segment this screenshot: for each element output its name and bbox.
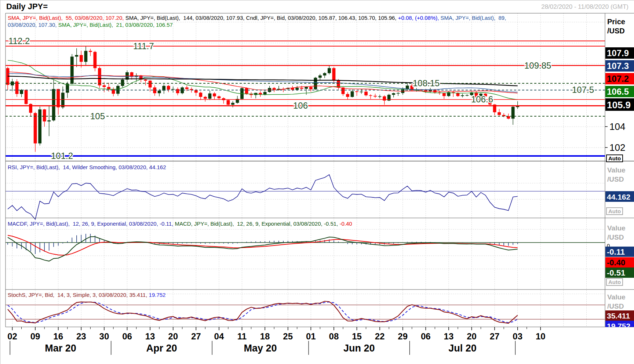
rsi-auto-scale-button[interactable]: Auto xyxy=(606,207,623,215)
level-label: 105 xyxy=(90,111,105,121)
legend-segment: SMA, JPY=, Bid(Last), 89, xyxy=(441,15,506,21)
legend-segment: +0.08, (+0.08%), xyxy=(398,15,441,21)
stoch-legend: StochS, JPY=, Bid, 14, 3, Simple, 3, 03/… xyxy=(8,292,165,298)
level-label: 111.7 xyxy=(133,41,154,51)
macd-series xyxy=(6,234,605,261)
week-label: 03 xyxy=(513,331,522,341)
week-label: 04 xyxy=(214,331,224,341)
time-axis: 0209162330061320270411182501081522290613… xyxy=(7,327,546,355)
price-axis-header: Price/USD xyxy=(607,17,625,36)
week-label: 20 xyxy=(467,331,477,341)
level-label: 109.85 xyxy=(524,61,551,70)
price-legend-line1: SMA, JPY=, Bid(Last), 55, 03/08/2020, 10… xyxy=(8,15,506,21)
price-tick-label: 102 xyxy=(609,142,625,153)
legend-segment: 03/08/2020, 107.30, xyxy=(8,22,58,28)
date-range-label: 28/02/2020 - 11/08/2020 (GMT) xyxy=(541,3,628,11)
stoch-axis-header: Value/USD xyxy=(607,292,626,311)
rsi-axis-header: Value/USD xyxy=(607,165,626,184)
value-badge: 107.9 xyxy=(605,47,634,59)
value-badge: 107.3 xyxy=(605,60,634,72)
week-label: 01 xyxy=(306,331,316,341)
week-label: 29 xyxy=(398,331,408,341)
svg-text:-0.40: -0.40 xyxy=(607,258,625,267)
level-label: 112.2 xyxy=(8,36,30,46)
week-label: 16 xyxy=(53,331,63,341)
legend-segment: SMA, JPY=, Bid(Last), 21, 03/08/2020, 10… xyxy=(58,22,173,28)
value-badge: 35.411 xyxy=(605,310,634,321)
legend-segment: MACD, JPY=, Bid(Last), 12, 26, 9, Expone… xyxy=(175,221,339,227)
rsi-series xyxy=(6,175,605,219)
legend-segment: StochS, JPY=, Bid, 14, 3, Simple, 3, 03/… xyxy=(8,292,149,298)
value-axis: 1041020107.9107.3107.2106.5105.944.162-0… xyxy=(605,47,634,331)
week-label: 08 xyxy=(329,331,339,341)
week-label: 22 xyxy=(375,331,385,341)
stoch-series xyxy=(6,301,605,323)
week-label: 06 xyxy=(421,331,431,341)
week-label: 23 xyxy=(76,331,86,341)
week-label: 13 xyxy=(145,331,155,341)
svg-text:-0.11: -0.11 xyxy=(607,247,625,256)
week-label: 27 xyxy=(490,331,500,341)
month-label: May 20 xyxy=(244,343,277,354)
week-label: 18 xyxy=(260,331,270,341)
value-badge: 106.5 xyxy=(605,86,634,97)
week-label: 25 xyxy=(283,331,293,341)
price-legend-line2: 03/08/2020, 107.30, SMA, JPY=, Bid(Last)… xyxy=(8,22,173,28)
legend-segment: SMA, JPY=, Bid(Last), 55, 03/08/2020, 10… xyxy=(8,15,125,21)
week-label: 02 xyxy=(7,331,17,341)
legend-segment: RSI, JPY=, Bid(Last), 14, Wilder Smoothi… xyxy=(8,164,166,170)
value-badge: -0.51 xyxy=(605,267,634,278)
level-label: 108.15 xyxy=(413,78,440,88)
svg-text:19.752: 19.752 xyxy=(607,322,630,330)
value-badge: -0.11 xyxy=(605,247,634,257)
price-auto-scale-button[interactable]: Auto xyxy=(606,154,623,162)
legend-segment: Cndl, JPY=, Bid, 03/08/2020, 105.87, 106… xyxy=(246,15,398,21)
level-label: 106 xyxy=(293,101,308,110)
week-label: 15 xyxy=(352,331,362,341)
macd-legend: MACDF, JPY=, Bid(Last), 12, 26, 9, Expon… xyxy=(8,221,352,227)
week-label: 30 xyxy=(99,331,109,341)
svg-text:107.9: 107.9 xyxy=(607,48,629,58)
week-label: 13 xyxy=(444,331,454,341)
svg-text:35.411: 35.411 xyxy=(607,312,630,320)
week-label: 10 xyxy=(536,331,546,341)
sma-lines xyxy=(8,60,518,99)
svg-text:-0.51: -0.51 xyxy=(607,268,625,277)
chart-title: Daily JPY= xyxy=(6,2,48,11)
month-label: Apr 20 xyxy=(146,343,177,354)
week-label: 11 xyxy=(237,331,247,341)
value-badge: 19.752 xyxy=(605,321,634,331)
legend-segment: SMA, JPY=, Bid(Last), 144, 03/08/2020, 1… xyxy=(125,15,246,21)
month-label: Mar 20 xyxy=(45,343,76,354)
value-badge: 107.2 xyxy=(605,73,634,84)
macd-auto-scale-button[interactable]: Auto xyxy=(606,278,623,286)
month-label: Jul 20 xyxy=(448,343,477,354)
value-badge: -0.40 xyxy=(605,257,634,267)
legend-segment: 19.752 xyxy=(149,292,166,298)
month-label: Jun 20 xyxy=(343,343,375,354)
level-label: 107.5 xyxy=(572,85,594,95)
week-label: 20 xyxy=(168,331,178,341)
price-tick-label: 104 xyxy=(609,121,625,132)
week-label: 06 xyxy=(122,331,132,341)
svg-text:107.2: 107.2 xyxy=(607,74,629,84)
svg-text:44.162: 44.162 xyxy=(607,193,630,201)
chart-window: 112.2111.7109.85108.15107.5106.610610510… xyxy=(0,0,634,364)
legend-segment: MACDF, JPY=, Bid(Last), 12, 26, 9, Expon… xyxy=(8,221,175,227)
macd-axis-header: Value/USD xyxy=(607,223,626,242)
svg-text:105.9: 105.9 xyxy=(607,99,631,110)
rsi-legend: RSI, JPY=, Bid(Last), 14, Wilder Smoothi… xyxy=(8,164,166,170)
level-label: 106.6 xyxy=(471,94,493,104)
value-badge: 105.9 xyxy=(605,98,634,111)
svg-text:107.3: 107.3 xyxy=(607,61,629,71)
candlestick-series xyxy=(6,46,520,152)
value-badge: 44.162 xyxy=(605,191,634,202)
svg-text:106.5: 106.5 xyxy=(607,87,629,97)
week-label: 27 xyxy=(191,331,201,341)
legend-segment: -0.40 xyxy=(339,221,352,227)
week-label: 09 xyxy=(30,331,40,341)
level-label: 101.2 xyxy=(51,151,73,161)
chart-canvas[interactable]: 112.2111.7109.85108.15107.5106.610610510… xyxy=(0,0,634,364)
